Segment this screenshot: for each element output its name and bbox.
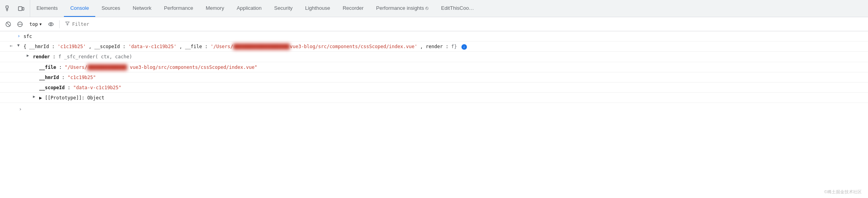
render-line-content: render : f _sfc_render( ctx, cache)	[31, 52, 868, 61]
filter-input[interactable]	[72, 22, 863, 27]
tab-security[interactable]: Security	[268, 0, 299, 17]
devtools-icons	[0, 0, 30, 17]
block-button[interactable]	[15, 19, 25, 29]
console-line-file: __file : "/Users/██████████████ vue3-blo…	[0, 62, 868, 72]
tab-application[interactable]: Application	[231, 0, 268, 17]
console-content: › sfc ← { __hmrId : 'c1c19b25' , __scope…	[0, 31, 868, 180]
svg-rect-0	[6, 6, 8, 8]
tab-console[interactable]: Console	[64, 0, 95, 17]
console-line-scopeid: __scopeId : "data-v-c1c19b25"	[0, 83, 868, 93]
expand-arrow-proto[interactable]	[31, 94, 38, 99]
device-icon[interactable]	[16, 3, 27, 14]
expand-render-icon[interactable]	[27, 53, 29, 58]
line-gutter-4	[16, 63, 31, 64]
inspect-icon[interactable]	[3, 3, 14, 14]
console-toolbar: top ▼	[0, 17, 868, 31]
prompt-chevron: ›	[19, 106, 22, 112]
tab-network[interactable]: Network	[127, 0, 158, 17]
console-line-sfc-input: › sfc	[0, 31, 868, 41]
tab-performance[interactable]: Performance	[158, 0, 199, 17]
eye-button[interactable]	[46, 19, 56, 29]
context-selector[interactable]: top ▼	[27, 20, 44, 28]
no-arrow-file	[31, 63, 38, 64]
no-arrow-hmrid	[31, 73, 38, 74]
input-arrow: ›	[16, 32, 22, 39]
filter-icon	[65, 21, 70, 27]
toolbar-divider	[59, 20, 60, 28]
line-gutter-5	[16, 73, 31, 74]
tab-lighthouse[interactable]: Lighthouse	[299, 0, 336, 17]
info-badge[interactable]: i	[461, 44, 467, 50]
line-gutter-2: ←	[0, 42, 16, 49]
tab-elements[interactable]: Elements	[30, 0, 64, 17]
expand-proto-icon[interactable]	[33, 94, 35, 99]
expand-arrow-render[interactable]	[25, 52, 31, 58]
console-prompt[interactable]: ›	[0, 103, 868, 113]
svg-rect-4	[22, 7, 24, 10]
watermark: ©稀土掘金技术社区	[824, 189, 862, 195]
sfc-input-content: sfc	[22, 32, 868, 40]
hmrid-line-content: __hmrId : "c1c19b25"	[38, 73, 868, 81]
tab-sources[interactable]: Sources	[95, 0, 127, 17]
svg-point-9	[49, 23, 53, 26]
filter-area	[63, 21, 865, 27]
object-line-content: { __hmrId : 'c1c19b25' , __scopeId : 'da…	[22, 42, 868, 50]
svg-marker-11	[65, 22, 69, 25]
line-gutter	[0, 32, 16, 33]
prototype-line-content: ▶ [[Prototype]]: Object	[38, 94, 868, 102]
console-line-hmrid: __hmrId : "c1c19b25"	[0, 72, 868, 83]
tab-recorder[interactable]: Recorder	[336, 0, 370, 17]
line-gutter-7	[16, 94, 31, 94]
file-line-content: __file : "/Users/██████████████ vue3-blo…	[38, 63, 868, 71]
console-line-object: ← { __hmrId : 'c1c19b25' , __scopeId : '…	[0, 41, 868, 52]
blurred-path-1: ████████████████████	[233, 43, 290, 50]
console-line-render: render : f _sfc_render( ctx, cache)	[0, 52, 868, 62]
blurred-path-2: ██████████████	[87, 64, 127, 71]
clear-console-button[interactable]	[3, 19, 13, 29]
expand-triangle-icon[interactable]	[17, 43, 20, 47]
tab-memory[interactable]: Memory	[200, 0, 231, 17]
svg-line-6	[7, 22, 10, 26]
svg-point-10	[50, 23, 52, 25]
line-gutter-6	[16, 83, 31, 84]
tab-performance-insights[interactable]: Performance insights ⎋	[370, 0, 435, 17]
no-arrow-scopeid	[31, 83, 38, 84]
line-gutter-3	[9, 52, 25, 53]
expand-arrow[interactable]	[16, 42, 22, 47]
tab-editthiscoo[interactable]: EditThisCoo…	[435, 0, 480, 17]
tab-bar: Elements Console Sources Network Perform…	[0, 0, 868, 17]
svg-rect-3	[18, 7, 22, 11]
scopeid-line-content: __scopeId : "data-v-c1c19b25"	[38, 83, 868, 92]
console-line-prototype: ▶ [[Prototype]]: Object	[0, 93, 868, 103]
